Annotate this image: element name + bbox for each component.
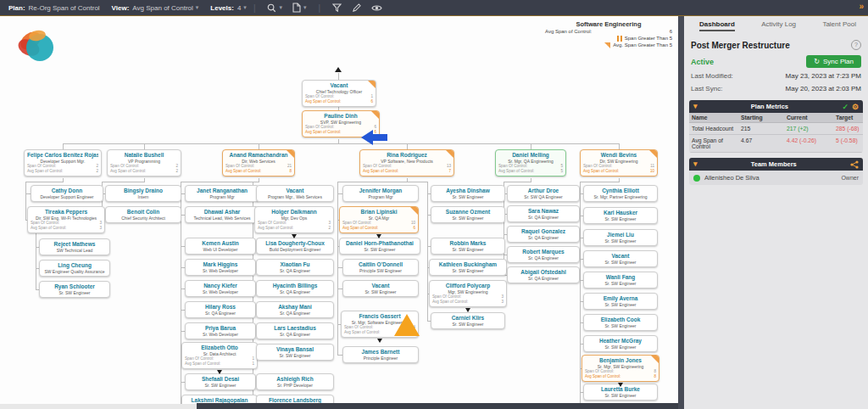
org-node[interactable]: Felipe Carlos Benitez RojasDeveloper Sup…	[24, 149, 102, 176]
org-node[interactable]: Elizabeth CookSr. SW Engineer	[583, 314, 658, 331]
chevron-down-icon: ▾	[279, 4, 282, 11]
tab-talent-pool[interactable]: Talent Pool	[822, 20, 856, 31]
org-node[interactable]: Tireaka PeppersDir, SW Eng, Wi-Fi Techno…	[27, 206, 105, 233]
org-node[interactable]: Carniel KlirsSr. SW Engineer	[431, 312, 505, 329]
org-node[interactable]: Shefaali DesaiSr. SW Engineer	[185, 373, 256, 390]
org-node[interactable]: Kemen AustinWeb UI Developer	[185, 238, 256, 255]
org-node[interactable]: VacantSr. SW Engineer	[342, 280, 419, 297]
org-node[interactable]: Abigail OfstedahlSr. QA Engineer	[507, 266, 580, 283]
org-node[interactable]: Kathleen BuckinghamSr. SW Engineer	[429, 259, 507, 276]
org-node[interactable]: Rejeet MathewsSW Technical Lead	[39, 238, 110, 255]
employee-title: Sr. SW Engineer	[587, 323, 654, 328]
collapse-icon[interactable]	[465, 308, 470, 312]
org-node[interactable]: Benoit ColinChief Security Architect	[105, 206, 181, 223]
collapse-panel-icon[interactable]: »	[859, 2, 863, 11]
org-node[interactable]: Mark HigginsSr. Web Developer	[185, 259, 256, 276]
share-icon[interactable]	[850, 160, 859, 169]
export-icon[interactable]: ▾	[292, 3, 307, 13]
collapse-icon[interactable]	[217, 370, 222, 374]
org-node[interactable]: Daniel MellingSr. Mgr, QA EngineeringSpa…	[495, 149, 566, 176]
org-node[interactable]: VacantProgram Mgr., Web Services	[256, 185, 334, 202]
org-node[interactable]: Ryan SchlooterSr. SW Engineer	[39, 281, 110, 298]
connector-line	[337, 182, 338, 355]
org-node[interactable]: Emily AvernaSr. SW Engineer	[583, 293, 658, 310]
avg-span-of-control: Avg Span of Control:7	[363, 169, 451, 174]
zoom-icon[interactable]: ▾	[267, 3, 282, 13]
org-node[interactable]: VacantChief Technology OfficerSpan Of Co…	[302, 80, 376, 107]
col-starting: Starting	[738, 113, 784, 123]
org-node[interactable]: Lisa Dougherty-ChouxBuild Deployment Eng…	[256, 238, 334, 255]
org-node[interactable]: Nancy KieferSr. Web Developer	[185, 280, 256, 297]
org-node[interactable]: Suzanne OzmentSr. SW Engineer	[431, 206, 505, 223]
chevron-down-icon: ▾	[196, 4, 199, 11]
org-node[interactable]: Benjamin JonesSr. Mgr, SW EngineeringSpa…	[581, 355, 659, 382]
tab-dashboard[interactable]: Dashboard	[699, 20, 735, 31]
org-node[interactable]: Brian LipinskiSr. QA MgrSpan Of Control:…	[339, 206, 419, 233]
org-node[interactable]: Holger DalkmannMgr, Dev OpsSpan Of Contr…	[254, 206, 334, 233]
employee-title: Sr. QA Engineer	[510, 255, 576, 261]
org-node[interactable]: Ashleigh RichSr. PHP Developer	[256, 373, 334, 390]
connector-line	[102, 182, 145, 182]
org-node[interactable]: Wendi BevinsDir, SW EngineeringSpan Of C…	[580, 149, 658, 176]
org-node[interactable]: Wanli FangSr. SW Engineer	[583, 272, 658, 289]
collapse-icon[interactable]	[292, 234, 297, 238]
sync-plan-button[interactable]: ↻Sync Plan	[806, 55, 861, 68]
org-node[interactable]: Karl HauskerSr. SW Engineer	[583, 207, 658, 224]
plan-metrics-title: Plan Metrics	[698, 103, 843, 110]
org-node[interactable]: Elizabeth OttoSr. Data ArchitectSpan Of …	[181, 342, 258, 369]
edit-icon[interactable]	[352, 3, 361, 13]
org-node[interactable]: Jiemei LiuSr. SW Engineer	[583, 229, 658, 246]
member-role: Owner	[841, 175, 859, 181]
org-node[interactable]: Caitlin O'DonnellPrinciple SW Engineer	[342, 259, 419, 276]
org-node[interactable]: VacantSr. SW Engineer	[583, 250, 658, 267]
org-node[interactable]: Clifford PolycarpMgr, SW EngineeringSpan…	[429, 280, 507, 307]
org-node[interactable]: Arthur DroeSr. SW QA Engineer	[507, 185, 580, 202]
collapse-up-icon[interactable]	[335, 67, 342, 72]
view-eye-icon[interactable]	[371, 3, 382, 13]
tab-activity-log[interactable]: Activity Log	[761, 20, 796, 31]
org-node[interactable]: Bingsly DrainoIntern	[105, 185, 181, 202]
org-node[interactable]: Xiaotian FuSr. QA Engineer	[256, 259, 334, 276]
org-node[interactable]: Anand RamachandranDir, Web ServicesSpan …	[222, 149, 295, 176]
horizontal-scrollbar-thumb[interactable]	[197, 403, 678, 409]
help-icon[interactable]: ?	[851, 40, 861, 50]
org-node[interactable]: Robbin MarksSr. SW Engineer	[431, 238, 505, 255]
org-node[interactable]: Janet RanganathanProgram Mgr	[185, 185, 259, 202]
org-node[interactable]: Hilary RossSr. QA Engineer	[185, 301, 256, 318]
org-node[interactable]: Cathy DonnDeveloper Support Engineer	[31, 185, 103, 202]
org-node[interactable]: Jennifer MorganProgram Mgr	[342, 185, 419, 202]
org-node[interactable]: Priya BaruaSr. Web Developer	[185, 322, 256, 339]
collapse-icon[interactable]	[376, 234, 381, 238]
org-node[interactable]: Ling CheungSW Engineer Quality Assurance	[39, 260, 110, 277]
org-node[interactable]: Robert MarquesSr. QA Engineer	[507, 246, 580, 263]
org-node[interactable]: Lars LaestadiusSr. QA Engineer	[256, 322, 334, 339]
org-node[interactable]: Akshay ManiSr. QA Engineer	[256, 301, 334, 318]
org-node[interactable]: Daniel Horn-PhathanothaiSr. SW Engineer	[339, 238, 420, 255]
plan-value[interactable]: Re-Org Span of Control	[29, 4, 100, 12]
vertical-scrollbar[interactable]	[678, 15, 684, 409]
team-member-row[interactable]: Allenisheo De Silva Owner	[689, 171, 863, 185]
collapse-icon[interactable]	[377, 339, 382, 343]
org-node[interactable]: Raquel GonzalezSr. QA Engineer	[507, 226, 580, 243]
collapse-icon[interactable]	[618, 383, 623, 387]
org-canvas[interactable]: Software Engineering Avg Span of Control…	[0, 15, 684, 409]
filter-icon[interactable]	[332, 3, 342, 13]
org-node[interactable]: Cynthia ElliottSr. Mgr, Partner Engineer…	[583, 185, 658, 202]
levels-select[interactable]: 4	[237, 4, 241, 12]
legend-avg-value: 6	[670, 28, 672, 35]
org-node[interactable]: Dhawal AsharTechnical Lead, Web Services	[185, 206, 259, 223]
view-select[interactable]: Avg Span of Control	[132, 4, 192, 12]
employee-name: Pauline Dinh	[305, 113, 376, 120]
check-icon[interactable]: ✓	[842, 103, 849, 111]
org-node[interactable]: Hyacinth BillingsSr. QA Engineer	[256, 280, 334, 297]
org-node[interactable]: Heather McGraySr. SW Engineer	[583, 335, 658, 352]
org-node[interactable]: Sara NawazSr. QA Engineer	[507, 205, 580, 222]
org-node[interactable]: Rina RodriguezVP Software, New ProductsS…	[359, 149, 454, 176]
org-node[interactable]: James BarnettPrinciple Engineer	[342, 346, 419, 363]
avg-span-flag-icon	[651, 356, 659, 363]
gear-icon[interactable]: ⚙	[852, 103, 859, 111]
org-node[interactable]: Ayesha DinshawSr. SW Engineer	[431, 185, 505, 202]
org-node[interactable]: Vinaya BansalSr. SW Engineer	[256, 344, 334, 361]
employee-title: Program Mgr	[188, 194, 256, 199]
org-node[interactable]: Natalie BushellVP ProgrammingSpan Of Con…	[107, 149, 181, 176]
